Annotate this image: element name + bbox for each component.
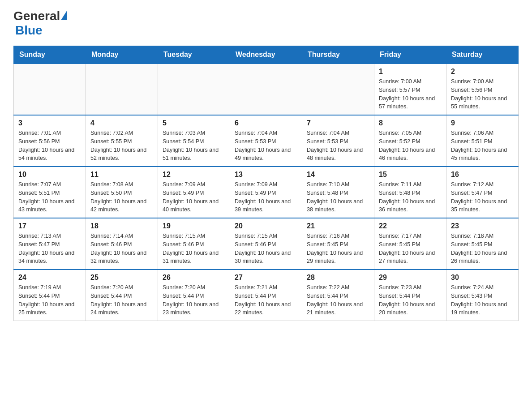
day-number: 18 [90, 222, 153, 230]
calendar-cell: 5Sunrise: 7:03 AMSunset: 5:54 PMDaylight… [158, 115, 230, 167]
day-number: 2 [451, 68, 514, 76]
calendar-header-row: Sunday Monday Tuesday Wednesday Thursday… [14, 46, 519, 64]
calendar-cell: 7Sunrise: 7:04 AMSunset: 5:53 PMDaylight… [302, 115, 374, 167]
calendar-cell: 18Sunrise: 7:14 AMSunset: 5:46 PMDayligh… [86, 218, 158, 270]
day-number: 19 [163, 222, 225, 230]
calendar-cell: 20Sunrise: 7:15 AMSunset: 5:46 PMDayligh… [230, 218, 302, 270]
day-number: 5 [163, 119, 225, 127]
day-info: Sunrise: 7:14 AMSunset: 5:46 PMDaylight:… [90, 232, 153, 265]
day-number: 28 [307, 274, 369, 282]
day-number: 16 [451, 171, 514, 179]
day-info: Sunrise: 7:19 AMSunset: 5:44 PMDaylight:… [18, 283, 81, 317]
day-number: 20 [235, 222, 297, 230]
calendar-cell [158, 64, 230, 115]
calendar-cell: 21Sunrise: 7:16 AMSunset: 5:45 PMDayligh… [302, 218, 374, 270]
calendar-cell: 26Sunrise: 7:20 AMSunset: 5:44 PMDayligh… [158, 270, 230, 321]
day-info: Sunrise: 7:07 AMSunset: 5:51 PMDaylight:… [18, 180, 81, 214]
calendar-cell: 1Sunrise: 7:00 AMSunset: 5:57 PMDaylight… [374, 64, 446, 115]
calendar-cell: 28Sunrise: 7:22 AMSunset: 5:44 PMDayligh… [302, 270, 374, 321]
day-info: Sunrise: 7:09 AMSunset: 5:49 PMDaylight:… [163, 180, 225, 214]
day-number: 11 [90, 171, 153, 179]
day-info: Sunrise: 7:00 AMSunset: 5:57 PMDaylight:… [379, 77, 442, 111]
day-number: 13 [235, 171, 297, 179]
day-number: 24 [18, 274, 81, 282]
calendar-cell [14, 64, 86, 115]
calendar-cell: 16Sunrise: 7:12 AMSunset: 5:47 PMDayligh… [446, 167, 519, 218]
calendar-cell: 2Sunrise: 7:00 AMSunset: 5:56 PMDaylight… [446, 64, 519, 115]
day-number: 10 [18, 171, 81, 179]
day-number: 7 [307, 119, 369, 127]
calendar-cell [86, 64, 158, 115]
day-number: 30 [451, 274, 514, 282]
day-info: Sunrise: 7:20 AMSunset: 5:44 PMDaylight:… [163, 283, 225, 317]
day-info: Sunrise: 7:16 AMSunset: 5:45 PMDaylight:… [307, 232, 369, 265]
week-row-1: 1Sunrise: 7:00 AMSunset: 5:57 PMDaylight… [14, 64, 519, 115]
calendar-cell: 23Sunrise: 7:18 AMSunset: 5:45 PMDayligh… [446, 218, 519, 270]
day-number: 17 [18, 222, 81, 230]
calendar-cell: 3Sunrise: 7:01 AMSunset: 5:56 PMDaylight… [14, 115, 86, 167]
day-info: Sunrise: 7:18 AMSunset: 5:45 PMDaylight:… [451, 232, 514, 265]
calendar-cell: 19Sunrise: 7:15 AMSunset: 5:46 PMDayligh… [158, 218, 230, 270]
calendar-cell: 15Sunrise: 7:11 AMSunset: 5:48 PMDayligh… [374, 167, 446, 218]
calendar-cell: 29Sunrise: 7:23 AMSunset: 5:44 PMDayligh… [374, 270, 446, 321]
calendar-cell: 12Sunrise: 7:09 AMSunset: 5:49 PMDayligh… [158, 167, 230, 218]
day-info: Sunrise: 7:11 AMSunset: 5:48 PMDaylight:… [379, 180, 442, 214]
col-header-saturday: Saturday [446, 46, 519, 64]
day-info: Sunrise: 7:24 AMSunset: 5:43 PMDaylight:… [451, 283, 514, 317]
calendar-table: Sunday Monday Tuesday Wednesday Thursday… [13, 46, 519, 321]
day-info: Sunrise: 7:10 AMSunset: 5:48 PMDaylight:… [307, 180, 369, 214]
col-header-thursday: Thursday [302, 46, 374, 64]
col-header-wednesday: Wednesday [230, 46, 302, 64]
calendar-cell: 4Sunrise: 7:02 AMSunset: 5:55 PMDaylight… [86, 115, 158, 167]
logo-area: General Blue [13, 9, 67, 38]
logo-general-text: General [13, 9, 60, 23]
week-row-3: 10Sunrise: 7:07 AMSunset: 5:51 PMDayligh… [14, 167, 519, 218]
calendar-cell: 8Sunrise: 7:05 AMSunset: 5:52 PMDaylight… [374, 115, 446, 167]
page-header: General Blue [13, 9, 519, 38]
week-row-2: 3Sunrise: 7:01 AMSunset: 5:56 PMDaylight… [14, 115, 519, 167]
calendar-cell: 6Sunrise: 7:04 AMSunset: 5:53 PMDaylight… [230, 115, 302, 167]
calendar-cell: 17Sunrise: 7:13 AMSunset: 5:47 PMDayligh… [14, 218, 86, 270]
day-number: 25 [90, 274, 153, 282]
day-info: Sunrise: 7:22 AMSunset: 5:44 PMDaylight:… [307, 283, 369, 317]
calendar-cell: 27Sunrise: 7:21 AMSunset: 5:44 PMDayligh… [230, 270, 302, 321]
day-info: Sunrise: 7:20 AMSunset: 5:44 PMDaylight:… [90, 283, 153, 317]
calendar-cell: 14Sunrise: 7:10 AMSunset: 5:48 PMDayligh… [302, 167, 374, 218]
day-number: 29 [379, 274, 442, 282]
day-number: 15 [379, 171, 442, 179]
logo-triangle-icon [61, 10, 67, 20]
col-header-tuesday: Tuesday [158, 46, 230, 64]
calendar-cell: 11Sunrise: 7:08 AMSunset: 5:50 PMDayligh… [86, 167, 158, 218]
day-number: 23 [451, 222, 514, 230]
day-info: Sunrise: 7:04 AMSunset: 5:53 PMDaylight:… [307, 129, 369, 163]
day-info: Sunrise: 7:12 AMSunset: 5:47 PMDaylight:… [451, 180, 514, 214]
col-header-friday: Friday [374, 46, 446, 64]
day-info: Sunrise: 7:06 AMSunset: 5:51 PMDaylight:… [451, 129, 514, 163]
day-info: Sunrise: 7:01 AMSunset: 5:56 PMDaylight:… [18, 129, 81, 163]
day-info: Sunrise: 7:15 AMSunset: 5:46 PMDaylight:… [235, 232, 297, 265]
day-number: 22 [379, 222, 442, 230]
calendar-cell: 13Sunrise: 7:09 AMSunset: 5:49 PMDayligh… [230, 167, 302, 218]
calendar-cell: 25Sunrise: 7:20 AMSunset: 5:44 PMDayligh… [86, 270, 158, 321]
day-info: Sunrise: 7:15 AMSunset: 5:46 PMDaylight:… [163, 232, 225, 265]
day-info: Sunrise: 7:08 AMSunset: 5:50 PMDaylight:… [90, 180, 153, 214]
calendar-cell: 10Sunrise: 7:07 AMSunset: 5:51 PMDayligh… [14, 167, 86, 218]
day-number: 14 [307, 171, 369, 179]
calendar-cell [302, 64, 374, 115]
logo-blue-text: Blue [15, 23, 43, 37]
day-info: Sunrise: 7:13 AMSunset: 5:47 PMDaylight:… [18, 232, 81, 265]
week-row-4: 17Sunrise: 7:13 AMSunset: 5:47 PMDayligh… [14, 218, 519, 270]
calendar-cell: 9Sunrise: 7:06 AMSunset: 5:51 PMDaylight… [446, 115, 519, 167]
week-row-5: 24Sunrise: 7:19 AMSunset: 5:44 PMDayligh… [14, 270, 519, 321]
col-header-sunday: Sunday [14, 46, 86, 64]
calendar-cell: 24Sunrise: 7:19 AMSunset: 5:44 PMDayligh… [14, 270, 86, 321]
day-number: 27 [235, 274, 297, 282]
day-info: Sunrise: 7:02 AMSunset: 5:55 PMDaylight:… [90, 129, 153, 163]
day-info: Sunrise: 7:00 AMSunset: 5:56 PMDaylight:… [451, 77, 514, 111]
col-header-monday: Monday [86, 46, 158, 64]
day-number: 1 [379, 68, 442, 76]
day-number: 6 [235, 119, 297, 127]
day-number: 21 [307, 222, 369, 230]
day-info: Sunrise: 7:17 AMSunset: 5:45 PMDaylight:… [379, 232, 442, 265]
day-info: Sunrise: 7:21 AMSunset: 5:44 PMDaylight:… [235, 283, 297, 317]
